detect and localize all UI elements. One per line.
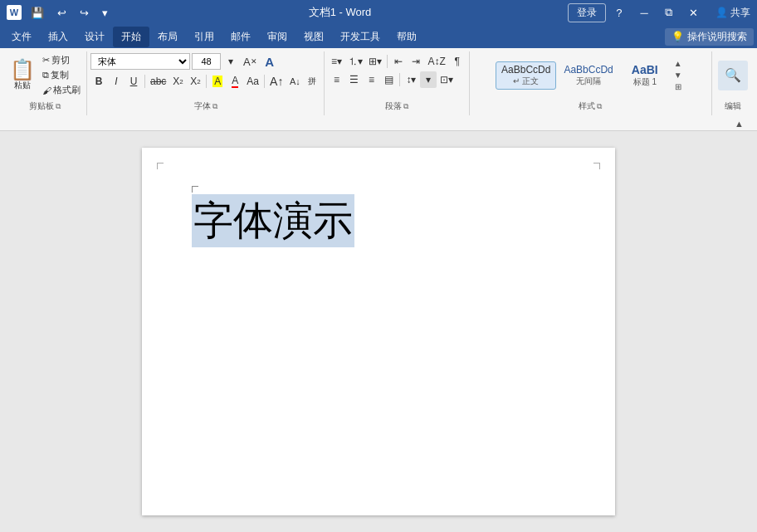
format-painter-button[interactable]: 🖌 格式刷 <box>40 83 83 97</box>
show-marks-btn[interactable]: ¶ <box>449 53 466 70</box>
help-button[interactable]: ? <box>608 3 631 22</box>
menu-help[interactable]: 帮助 <box>388 27 425 47</box>
increase-indent-btn[interactable]: ⇥ <box>408 53 424 70</box>
share-icon: 👤 <box>715 7 728 18</box>
align-left-btn[interactable]: ≡ <box>328 71 344 88</box>
font-a-btn[interactable]: A <box>261 53 278 70</box>
menu-layout[interactable]: 布局 <box>149 27 186 47</box>
cut-icon: ✂ <box>42 55 50 66</box>
undo-quick-button[interactable]: ↩ <box>53 5 71 21</box>
customize-quick-button[interactable]: ▾ <box>98 5 112 21</box>
style-nospace[interactable]: AaBbCcDd 无间隔 <box>558 61 618 90</box>
sort-btn[interactable]: A↕Z <box>425 53 447 70</box>
clipboard-expand-icon[interactable]: ⧉ <box>56 102 61 111</box>
menu-design[interactable]: 设计 <box>76 27 113 47</box>
underline-button[interactable]: U <box>125 73 142 90</box>
corner-mark-tl <box>157 163 164 169</box>
multilevel-list-btn[interactable]: ⊞▾ <box>366 53 384 70</box>
font-group: 宋体 ▾ A✕ A B I U abc X2 X2 <box>87 51 325 115</box>
menu-search[interactable]: 💡 操作说明搜索 <box>665 28 754 46</box>
bullet-list-btn[interactable]: ≡▾ <box>328 53 344 70</box>
document-area[interactable]: 字体演示 <box>0 131 757 532</box>
title-bar-right: 登录 ? ─ ⧉ ✕ 👤 共享 <box>568 3 750 22</box>
menu-references[interactable]: 引用 <box>186 27 222 47</box>
para-sep1 <box>387 55 388 68</box>
find-button[interactable]: 🔍 <box>718 61 748 90</box>
menu-view[interactable]: 视图 <box>295 27 332 47</box>
para-expand-icon[interactable]: ⧉ <box>403 102 408 111</box>
app-icon: W <box>7 5 22 20</box>
document-page: 字体演示 <box>142 148 615 515</box>
align-right-btn[interactable]: ≡ <box>363 71 379 88</box>
menu-mailings[interactable]: 邮件 <box>222 27 259 47</box>
font-group-content: 宋体 ▾ A✕ A B I U abc X2 X2 <box>90 51 320 99</box>
style-expand-icon[interactable]: ⧉ <box>597 102 602 111</box>
font-label: 字体 ⧉ <box>90 99 320 115</box>
subscript-button[interactable]: X2 <box>169 73 186 90</box>
font-expand-icon[interactable]: ⧉ <box>212 102 217 111</box>
style-gallery: AaBbCcDd ↵ 正文 AaBbCcDd 无间隔 AaBI 标题 1 <box>496 61 669 90</box>
clipboard-label: 剪贴板 ⧉ <box>7 99 83 115</box>
ribbon-bottom: ▲ <box>3 115 754 130</box>
font-format-row: B I U abc X2 X2 A A Aa <box>90 73 320 90</box>
font-name-select[interactable]: 宋体 <box>90 53 190 70</box>
ribbon-collapse-button[interactable]: ▲ <box>731 117 747 130</box>
style-group: AaBbCcDd ↵ 正文 AaBbCcDd 无间隔 AaBI 标题 1 <box>470 51 712 115</box>
share-label: 共享 <box>730 6 750 20</box>
menu-developer[interactable]: 开发工具 <box>332 27 388 47</box>
title-bar-center: 文档1 - Word <box>309 5 372 20</box>
cut-button[interactable]: ✂ 剪切 <box>40 53 83 67</box>
decrease-indent-btn[interactable]: ⇤ <box>390 53 407 70</box>
menu-home[interactable]: 开始 <box>113 27 149 47</box>
menu-insert[interactable]: 插入 <box>40 27 76 47</box>
style-down-button[interactable]: ▼ <box>672 70 684 81</box>
style-h1-label: 标题 1 <box>627 76 663 88</box>
menu-review[interactable]: 审阅 <box>259 27 295 47</box>
para-sep2 <box>399 73 400 86</box>
share-button[interactable]: 👤 共享 <box>715 6 750 20</box>
restore-button[interactable]: ⧉ <box>657 3 681 22</box>
style-normal-preview: AaBbCcDd <box>501 64 550 76</box>
style-more-button[interactable]: ⊞ <box>672 81 684 92</box>
redo-quick-button[interactable]: ↪ <box>76 5 93 21</box>
decrease-font-btn[interactable]: A↓ <box>286 73 303 90</box>
font-size-decrease-btn[interactable]: ▾ <box>222 53 239 70</box>
clipboard-group-content: 📋 粘贴 ✂ 剪切 ⧉ 复制 🖌 <box>7 51 83 99</box>
style-h1[interactable]: AaBI 标题 1 <box>621 61 669 90</box>
italic-button[interactable]: I <box>108 73 125 90</box>
font-size-input[interactable] <box>192 53 221 70</box>
save-quick-button[interactable]: 💾 <box>27 5 48 21</box>
phonetic-btn[interactable]: 拼 <box>304 73 320 90</box>
cut-label: 剪切 <box>51 54 70 66</box>
paste-button[interactable]: 📋 粘贴 <box>7 58 38 93</box>
para-group-content: ≡▾ ⒈▾ ⊞▾ ⇤ ⇥ A↕Z ¶ ≡ ☰ ≡ ▤ <box>328 51 465 99</box>
align-center-btn[interactable]: ☰ <box>345 71 362 88</box>
edit-group: 🔍 编辑 <box>712 51 754 115</box>
style-label: 样式 ⧉ <box>473 99 708 115</box>
style-normal[interactable]: AaBbCcDd ↵ 正文 <box>496 61 556 90</box>
strikethrough-button[interactable]: abc <box>148 73 168 90</box>
shading-btn[interactable]: ▾ <box>420 71 437 88</box>
font-theme-btn[interactable]: Aa <box>244 73 261 90</box>
style-up-button[interactable]: ▲ <box>672 58 684 69</box>
minimize-button[interactable]: ─ <box>632 3 656 22</box>
font-color-highlight-btn[interactable]: A <box>209 73 226 90</box>
menu-bar: 文件 插入 设计 开始 布局 引用 邮件 审阅 视图 开发工具 帮助 💡 操作说… <box>0 25 757 48</box>
text-container: 字体演示 <box>192 194 354 247</box>
login-button[interactable]: 登录 <box>568 3 606 22</box>
edit-label: 编辑 <box>715 99 750 115</box>
align-justify-btn[interactable]: ▤ <box>380 71 397 88</box>
font-clear-btn[interactable]: A✕ <box>241 53 260 70</box>
number-list-btn[interactable]: ⒈▾ <box>345 53 365 70</box>
border-btn[interactable]: ⊡▾ <box>437 71 456 88</box>
copy-label: 复制 <box>51 69 69 81</box>
increase-font-btn[interactable]: A↑ <box>267 73 286 90</box>
font-color-btn[interactable]: A <box>227 73 243 90</box>
close-button[interactable]: ✕ <box>682 3 706 22</box>
line-spacing-btn[interactable]: ↕▾ <box>403 71 419 88</box>
superscript-button[interactable]: X2 <box>187 73 203 90</box>
menu-file[interactable]: 文件 <box>3 27 40 47</box>
ribbon: 📋 粘贴 ✂ 剪切 ⧉ 复制 🖌 <box>0 48 757 131</box>
bold-button[interactable]: B <box>90 73 107 90</box>
copy-button[interactable]: ⧉ 复制 <box>40 68 83 82</box>
